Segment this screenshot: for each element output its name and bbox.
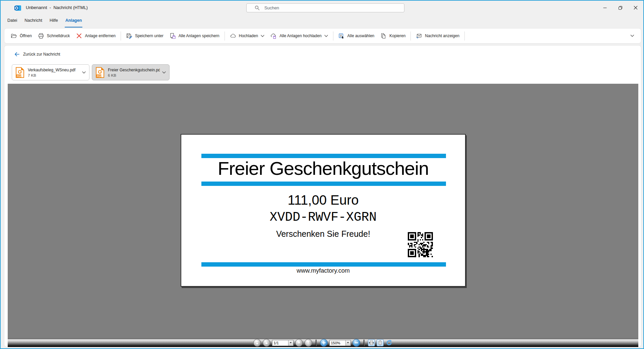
hochladen-button[interactable]: Hochladen <box>227 30 267 42</box>
title-bar: Unbenannt - Nachricht (HTML) <box>1 1 643 15</box>
tab-datei[interactable]: Datei <box>5 17 21 27</box>
button-label: Alle auswählen <box>347 33 375 38</box>
zoom-level-select-value: 150% <box>330 341 345 345</box>
svg-text:PDF: PDF <box>17 74 22 77</box>
pdf-viewer-toolbar: 1/1150% <box>8 338 638 347</box>
outlook-icon <box>14 4 21 12</box>
next-page-icon <box>297 341 301 345</box>
voucher-title: Freier Geschenkgutschein <box>181 159 465 178</box>
pdf-preview-area: Freier Geschenkgutschein 111,00 Euro XVD… <box>8 84 638 347</box>
zoom-out-button[interactable] <box>352 339 360 347</box>
show-message-icon <box>416 33 422 39</box>
button-label: Schnelldruck <box>47 33 70 38</box>
ribbon-separator <box>410 31 411 41</box>
previous-page-button[interactable] <box>263 339 270 347</box>
zoom-in-button[interactable] <box>320 339 328 347</box>
first-page-button[interactable] <box>253 339 261 347</box>
attachment-chip[interactable]: PDFFreier Geschenkgutschein.pdf6 KB <box>92 64 170 80</box>
last-page-button[interactable] <box>305 339 312 347</box>
attachment-meta: Freier Geschenkgutschein.pdf6 KB <box>108 68 160 77</box>
dropdown-arrow-icon[interactable] <box>288 340 293 346</box>
last-page-icon <box>306 341 311 345</box>
ribbon-separator <box>333 31 333 41</box>
attachment-name: Verkaufsbeleg_WSneu.pdf <box>28 68 80 72</box>
attachment-size: 6 KB <box>108 73 160 77</box>
alle-anlagen-hochladen-button[interactable]: Alle Anlagen hochladen <box>267 30 331 42</box>
nachricht-anzeigen-button[interactable]: Nachricht anzeigen <box>413 30 462 42</box>
upload-all-icon <box>270 33 277 39</box>
tab-anlagen[interactable]: Anlagen <box>62 17 85 27</box>
button-label: Öffnen <box>20 33 32 38</box>
oeffnen-button[interactable]: Öffnen <box>8 30 35 42</box>
chevron-down-icon <box>82 71 86 74</box>
previous-page-icon <box>264 341 269 345</box>
attachment-dropdown-button[interactable] <box>160 65 168 80</box>
dropdown-arrow-icon[interactable] <box>345 340 350 346</box>
voucher-code: XVDD-RWVF-XGRN <box>181 211 465 224</box>
kopieren-button[interactable]: Kopieren <box>377 30 408 42</box>
search-input[interactable] <box>264 5 401 11</box>
button-label: Kopieren <box>389 33 405 38</box>
ribbon-separator <box>224 31 225 41</box>
close-button[interactable] <box>628 1 643 15</box>
zoom-out-icon <box>354 341 359 345</box>
attachment-list: PDFVerkaufsbeleg_WSneu.pdf7 KBPDFFreier … <box>12 64 170 80</box>
fit-width-icon <box>369 340 374 346</box>
window-title: Unbenannt - Nachricht (HTML) <box>26 5 88 10</box>
tab-hilfe[interactable]: Hilfe <box>46 17 62 27</box>
voucher-page: Freier Geschenkgutschein 111,00 Euro XVD… <box>181 134 466 287</box>
attachments-pane: Zurück zur Nachricht PDFVerkaufsbeleg_WS… <box>4 45 641 347</box>
attachment-chip[interactable]: PDFVerkaufsbeleg_WSneu.pdf7 KB <box>12 64 89 80</box>
maximize-restore-button[interactable] <box>613 1 628 15</box>
button-label: Alle Anlagen speichern <box>179 33 219 38</box>
fit-width-button[interactable] <box>368 339 375 346</box>
rotate-button[interactable] <box>385 339 393 347</box>
first-page-icon <box>255 341 259 345</box>
toolbar-separator <box>364 340 365 346</box>
ribbon-separator <box>121 31 121 41</box>
fit-page-button[interactable] <box>377 339 384 346</box>
back-to-message-link[interactable]: Zurück zur Nachricht <box>14 52 60 57</box>
alle-anlagen-speichern-button[interactable]: Alle Anlagen speichern <box>167 30 222 42</box>
voucher-amount: 111,00 Euro <box>181 193 465 207</box>
voucher-bottom-bar <box>201 262 446 267</box>
copy-icon <box>380 33 387 39</box>
next-page-button[interactable] <box>295 339 303 347</box>
select-all-icon <box>338 33 345 39</box>
open-folder-icon <box>11 33 17 39</box>
attachment-name: Freier Geschenkgutschein.pdf <box>108 68 160 72</box>
search-icon <box>255 5 260 10</box>
minimize-button[interactable] <box>597 1 613 15</box>
remove-attachment-icon <box>76 33 82 39</box>
pdf-file-icon: PDF <box>15 67 24 78</box>
button-label: Hochladen <box>239 33 258 38</box>
alle-auswaehlen-button[interactable]: Alle auswählen <box>335 30 378 42</box>
rotate-icon <box>386 339 393 346</box>
upload-cloud-icon <box>230 33 236 39</box>
ribbon: ÖffnenSchnelldruckAnlage entfernenSpeich… <box>4 28 641 44</box>
button-label: Alle Anlagen hochladen <box>279 33 321 38</box>
button-label: Nachricht anzeigen <box>425 33 459 38</box>
printer-icon <box>38 33 44 39</box>
qr-code <box>408 232 433 257</box>
button-label: Anlage entfernen <box>85 33 116 38</box>
button-label: Speichern unter <box>135 33 164 38</box>
ribbon-separator <box>464 31 465 41</box>
search-box[interactable] <box>246 3 404 12</box>
toolbar-separator <box>316 340 317 346</box>
speichern-unter-button[interactable]: Speichern unter <box>123 30 167 42</box>
attachment-dropdown-button[interactable] <box>80 65 88 80</box>
page-select[interactable]: 1/1 <box>272 340 294 346</box>
voucher-mid-bar <box>201 182 446 186</box>
tab-nachricht[interactable]: Nachricht <box>21 17 46 27</box>
maximize-restore-icon <box>619 6 622 10</box>
save-as-icon <box>126 33 132 39</box>
menu-bar: DateiNachrichtHilfeAnlagen <box>5 17 85 27</box>
chevron-down-icon <box>162 71 166 74</box>
window-controls <box>597 1 643 15</box>
ribbon-collapse-chevron-icon[interactable] <box>627 32 638 39</box>
zoom-level-select[interactable]: 150% <box>329 340 351 346</box>
anlage-entfernen-button[interactable]: Anlage entfernen <box>73 30 119 42</box>
schnelldruck-button[interactable]: Schnelldruck <box>35 30 73 42</box>
chevron-down-icon <box>261 35 264 37</box>
